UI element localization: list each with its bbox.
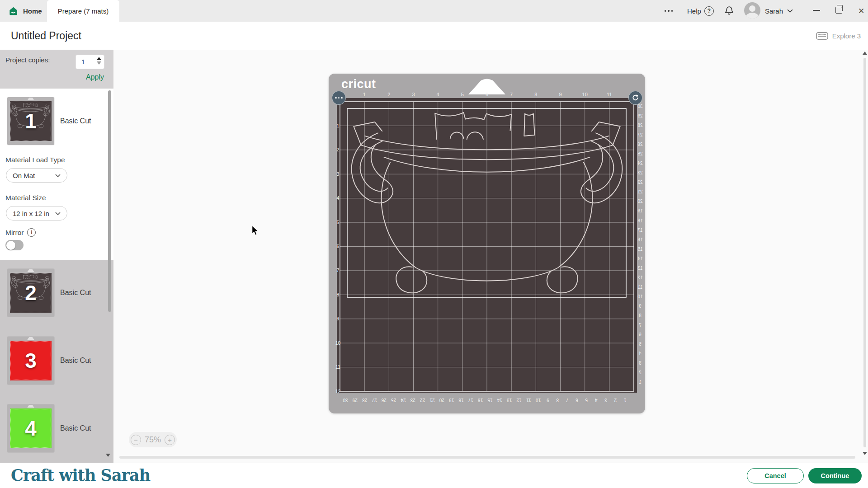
svg-text:9: 9	[639, 304, 642, 309]
mat-options-button[interactable]	[332, 91, 346, 105]
mat-thumbnail: 1	[7, 97, 54, 145]
apply-button[interactable]: Apply	[76, 73, 104, 81]
mat-design-preview	[10, 101, 52, 141]
home-button[interactable]: Home	[8, 0, 42, 22]
avatar[interactable]	[744, 2, 760, 19]
project-copies-label: Project copies:	[5, 56, 50, 64]
machine-label: Explore 3	[832, 32, 861, 40]
sidebar-scrollbar-thumb[interactable]	[108, 90, 111, 312]
sidebar-scroll-down-icon[interactable]	[106, 454, 110, 457]
svg-text:21: 21	[637, 189, 643, 194]
svg-text:13: 13	[507, 398, 512, 403]
canvas-scroll-down-icon[interactable]	[863, 452, 867, 455]
svg-text:9: 9	[337, 316, 340, 321]
svg-text:12: 12	[335, 389, 341, 394]
cricut-brand-logo: cricut	[341, 77, 376, 91]
svg-text:18: 18	[637, 218, 643, 223]
title-bar: Home Prepare (7 mats) Help ? Sarah ✕	[0, 0, 868, 22]
svg-text:6: 6	[639, 332, 642, 337]
svg-text:5: 5	[461, 92, 464, 97]
svg-text:5: 5	[585, 398, 588, 403]
svg-text:17: 17	[468, 398, 473, 403]
mat-list: 2 Basic Cut 3 Basic Cut 4 Basic Cut	[0, 260, 113, 463]
window-minimize-button[interactable]	[813, 10, 820, 11]
svg-text:29: 29	[352, 398, 358, 403]
svg-text:8: 8	[337, 292, 340, 297]
svg-text:8: 8	[556, 398, 559, 403]
svg-text:7: 7	[337, 267, 340, 273]
svg-text:30: 30	[343, 398, 348, 403]
svg-text:20: 20	[637, 199, 643, 204]
project-header: Untitled Project Explore 3	[0, 22, 868, 50]
svg-text:6: 6	[576, 398, 578, 403]
zoom-in-icon[interactable]: +	[165, 435, 175, 445]
svg-text:4: 4	[594, 398, 597, 403]
svg-text:6: 6	[337, 244, 340, 249]
svg-text:3: 3	[412, 92, 415, 97]
svg-text:3: 3	[604, 398, 607, 403]
canvas-vscrollbar-thumb[interactable]	[863, 58, 866, 447]
mat-list-item-4[interactable]: 4 Basic Cut	[0, 404, 113, 452]
copies-value: 1	[81, 58, 85, 66]
mat-surface: 1234567891011123456789101112302928272625…	[329, 74, 645, 413]
material-size-select[interactable]: 12 in x 12 in	[6, 206, 67, 221]
svg-text:4: 4	[437, 92, 439, 97]
help-icon: ?	[704, 6, 714, 16]
svg-text:10: 10	[582, 92, 588, 97]
zoom-level: 75%	[145, 435, 161, 445]
mat-number: 4	[10, 408, 52, 448]
svg-text:12: 12	[637, 275, 643, 280]
svg-text:11: 11	[335, 364, 340, 370]
svg-text:25: 25	[391, 398, 396, 403]
overflow-menu-button[interactable]	[661, 6, 676, 15]
svg-text:25: 25	[637, 151, 643, 156]
stepper-down-icon[interactable]	[97, 61, 101, 65]
svg-text:28: 28	[637, 123, 643, 128]
machine-selector[interactable]: Explore 3	[816, 22, 861, 50]
stepper-up-icon[interactable]	[97, 57, 101, 60]
svg-text:15: 15	[637, 247, 643, 252]
svg-text:22: 22	[420, 398, 425, 403]
mat-list-item-1[interactable]: 1 Basic Cut	[0, 97, 113, 145]
chevron-down-icon	[55, 174, 61, 177]
canvas-scroll-up-icon[interactable]	[863, 52, 867, 55]
help-label: Help	[687, 7, 701, 15]
zoom-out-icon[interactable]: −	[131, 435, 141, 445]
svg-text:2: 2	[387, 92, 390, 97]
cancel-button[interactable]: Cancel	[747, 468, 804, 483]
mat-canvas: 1234567891011123456789101112302928272625…	[113, 50, 868, 463]
svg-text:14: 14	[637, 256, 643, 261]
svg-text:2: 2	[614, 398, 617, 403]
mat-list-item-3[interactable]: 3 Basic Cut	[0, 337, 113, 385]
user-menu[interactable]: Sarah	[765, 0, 793, 22]
mat-type-label: Basic Cut	[60, 97, 91, 145]
svg-text:21: 21	[429, 398, 435, 403]
svg-text:24: 24	[637, 161, 643, 166]
window-restore-button[interactable]	[835, 7, 842, 14]
cutting-mat[interactable]: 1234567891011123456789101112302928272625…	[329, 74, 645, 413]
continue-button[interactable]: Continue	[808, 468, 862, 483]
svg-text:11: 11	[526, 398, 531, 403]
svg-text:3: 3	[639, 361, 642, 366]
notifications-icon[interactable]	[724, 5, 735, 16]
info-icon[interactable]: i	[27, 228, 36, 237]
svg-text:7: 7	[510, 92, 513, 97]
svg-text:2: 2	[337, 147, 340, 152]
canvas-hscrollbar-thumb[interactable]	[119, 456, 855, 459]
mirror-toggle[interactable]	[5, 240, 24, 250]
help-button[interactable]: Help ?	[687, 0, 714, 22]
svg-text:10: 10	[335, 340, 341, 346]
mirror-label: Mirror	[5, 229, 24, 237]
mat-list-item-2[interactable]: 2 Basic Cut	[0, 269, 113, 317]
svg-text:24: 24	[401, 398, 406, 403]
tab-prepare[interactable]: Prepare (7 mats)	[47, 0, 119, 22]
mat-type-label: Basic Cut	[60, 269, 91, 317]
tab-prepare-label: Prepare (7 mats)	[58, 7, 109, 15]
window-close-button[interactable]: ✕	[855, 5, 867, 17]
copies-input[interactable]: 1	[76, 55, 104, 69]
svg-text:15: 15	[487, 398, 493, 403]
mat-rotate-button[interactable]	[628, 91, 642, 105]
material-load-type-select[interactable]: On Mat	[6, 168, 67, 183]
svg-text:4: 4	[639, 351, 642, 356]
svg-text:6: 6	[486, 92, 488, 97]
